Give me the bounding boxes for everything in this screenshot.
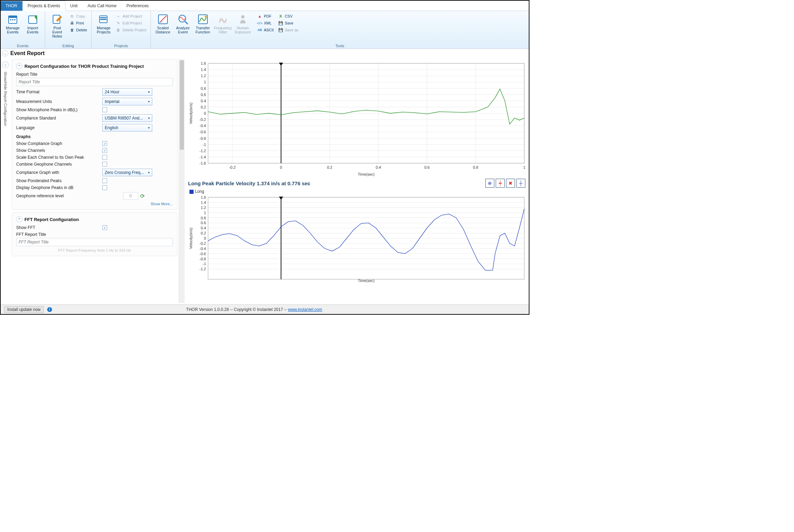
geo-db-checkbox[interactable] bbox=[102, 185, 107, 190]
config-column: ⌃Report Configuration for THOR Product T… bbox=[10, 59, 186, 304]
chevron-down-icon: ▾ bbox=[148, 126, 150, 129]
collapse-icon[interactable]: ⌃ bbox=[16, 216, 22, 222]
svg-text:0.2: 0.2 bbox=[201, 105, 206, 109]
scaled-distance-button[interactable]: Scaled Distance bbox=[153, 12, 173, 35]
svg-text:0.6: 0.6 bbox=[201, 221, 206, 225]
svg-rect-3 bbox=[12, 19, 13, 20]
frequency-filter-button[interactable]: Frequency Filter bbox=[213, 12, 233, 35]
analyze-event-button[interactable]: Analyze Event bbox=[173, 12, 193, 35]
config-scrollbar[interactable] bbox=[179, 59, 185, 303]
combine-geo-checkbox[interactable] bbox=[102, 162, 107, 167]
svg-text:1.4: 1.4 bbox=[201, 67, 206, 72]
clear-tool[interactable]: ✖ bbox=[506, 179, 515, 188]
svg-text:-0.2: -0.2 bbox=[229, 165, 236, 169]
top-chart[interactable]: -1.6-1.4-1.2-1-0.8-0.6-0.4-0.200.20.40.6… bbox=[187, 60, 527, 178]
svg-text:-1.2: -1.2 bbox=[199, 267, 206, 271]
time-format-select[interactable]: 24 Hour▾ bbox=[102, 88, 152, 96]
add-project-button[interactable]: ＋Add Project bbox=[116, 13, 146, 19]
svg-text:0.2: 0.2 bbox=[201, 231, 206, 235]
csv-icon: X bbox=[278, 13, 283, 19]
edit-project-button[interactable]: ✎Edit Project bbox=[116, 20, 146, 26]
pdf-button[interactable]: ▲PDF bbox=[257, 13, 274, 19]
zoom-tool[interactable]: ⊕ bbox=[485, 179, 494, 188]
delete-project-button[interactable]: 🗑Delete Project bbox=[116, 27, 146, 33]
group-label: Tools bbox=[153, 43, 527, 48]
delete-button[interactable]: 🗑Delete bbox=[69, 27, 87, 33]
csv-button[interactable]: XCSV bbox=[278, 13, 299, 19]
label: Scaled Distance bbox=[155, 26, 170, 34]
collapse-heading-icon[interactable]: ⌄ bbox=[2, 50, 8, 56]
ponderated-checkbox[interactable] bbox=[102, 178, 107, 183]
svg-rect-9 bbox=[100, 19, 106, 20]
label: Frequency Filter bbox=[214, 26, 232, 34]
svg-text:Velocity(in/s): Velocity(in/s) bbox=[189, 228, 193, 249]
install-update-button[interactable]: Install update now bbox=[4, 306, 44, 313]
info-icon[interactable]: i bbox=[47, 307, 52, 312]
collapse-icon[interactable]: ⌃ bbox=[16, 63, 22, 69]
geo-ref-input[interactable] bbox=[123, 192, 138, 200]
tab-preferences[interactable]: Preferences bbox=[122, 1, 154, 11]
bottom-chart[interactable]: -1.2-1-0.8-0.6-0.4-0.200.20.40.60.811.21… bbox=[187, 194, 527, 284]
svg-point-13 bbox=[241, 15, 245, 19]
save-as-button[interactable]: 💾Save as bbox=[278, 27, 299, 33]
show-compliance-checkbox[interactable] bbox=[102, 141, 107, 146]
save-button[interactable]: 💾Save bbox=[278, 20, 299, 26]
note-pencil-icon bbox=[52, 14, 63, 25]
ascii-icon: AB bbox=[257, 27, 262, 33]
refresh-icon[interactable]: ⟳ bbox=[140, 193, 145, 199]
center-cursor-tool[interactable]: ┿ bbox=[496, 179, 505, 188]
manage-events-button[interactable]: Manage Events bbox=[3, 12, 23, 35]
print-button[interactable]: 🖶Print bbox=[69, 20, 87, 26]
ribbon-group-editing: Post Event Notes ⧉Copy 🖶Print 🗑Delete Ed… bbox=[45, 11, 92, 49]
mic-peaks-checkbox[interactable] bbox=[102, 107, 107, 112]
tab-projects-events[interactable]: Projects & Events bbox=[22, 1, 65, 11]
tab-auto-call-home[interactable]: Auto Call Home bbox=[83, 1, 122, 11]
legend-label: Long bbox=[195, 189, 204, 194]
bottom-legend: Long bbox=[187, 189, 527, 194]
svg-text:1.2: 1.2 bbox=[201, 206, 206, 210]
mic-peaks-label: Show Microphone Peaks in dB(L) bbox=[16, 107, 102, 112]
fft-title-input[interactable] bbox=[16, 238, 173, 246]
manage-projects-button[interactable]: Manage Projects bbox=[94, 12, 114, 35]
xml-icon: </> bbox=[257, 20, 262, 26]
compliance-with-select[interactable]: Zero Crossing Freq...▾ bbox=[102, 169, 152, 176]
report-title-input[interactable] bbox=[16, 78, 173, 86]
show-channels-checkbox[interactable] bbox=[102, 148, 107, 153]
compliance-std-select[interactable]: USBM RI8507 And...▾ bbox=[102, 114, 152, 122]
import-events-button[interactable]: Import Events bbox=[23, 12, 43, 35]
tab-unit[interactable]: Unit bbox=[65, 1, 83, 11]
svg-text:-1: -1 bbox=[203, 143, 206, 147]
svg-text:0.4: 0.4 bbox=[201, 226, 206, 230]
scale-each-label: Scale Each Channel to Its Own Peak bbox=[16, 155, 102, 160]
measurement-units-select[interactable]: Imperial▾ bbox=[102, 98, 152, 105]
page-heading-row: ⌄ Event Report bbox=[1, 49, 529, 59]
time-format-label: Time Format bbox=[16, 90, 102, 94]
post-event-notes-button[interactable]: Post Event Notes bbox=[47, 12, 67, 40]
panel-title: Report Configuration for THOR Product Tr… bbox=[24, 64, 144, 69]
footer-link[interactable]: www.instantel.com bbox=[288, 307, 322, 312]
ascii-button[interactable]: ABASCII bbox=[257, 27, 274, 33]
label: Post Event Notes bbox=[48, 26, 66, 38]
truncated-row: FFT Report Frequency from 1 Hz to 315 Hz bbox=[16, 248, 173, 252]
transfer-function-button[interactable]: Transfer Function bbox=[193, 12, 213, 35]
copy-button[interactable]: ⧉Copy bbox=[69, 13, 87, 19]
group-label: Projects bbox=[94, 43, 148, 48]
reset-cursor-tool[interactable]: ┼ bbox=[516, 179, 525, 188]
svg-text:0.8: 0.8 bbox=[201, 86, 206, 91]
svg-text:1.6: 1.6 bbox=[201, 195, 206, 199]
scale-each-checkbox[interactable] bbox=[102, 155, 107, 160]
show-fft-checkbox[interactable] bbox=[102, 225, 107, 230]
collapse-panel-button[interactable]: ‹ bbox=[2, 61, 9, 68]
human-exposure-button[interactable]: Human Exposure bbox=[233, 12, 253, 35]
ribbon-group-projects: Manage Projects ＋Add Project ✎Edit Proje… bbox=[92, 11, 151, 49]
person-icon bbox=[237, 14, 248, 25]
clear-icon: ✖ bbox=[508, 180, 513, 186]
app-menu[interactable]: THOR bbox=[1, 1, 22, 11]
svg-rect-2 bbox=[10, 19, 11, 20]
svg-text:0.6: 0.6 bbox=[201, 93, 206, 97]
svg-text:0.4: 0.4 bbox=[201, 99, 206, 103]
xml-button[interactable]: </>XML bbox=[257, 20, 274, 26]
geo-ref-label: Geophone reference level bbox=[16, 194, 102, 198]
show-more-link[interactable]: Show More... bbox=[16, 202, 173, 206]
language-select[interactable]: English▾ bbox=[102, 124, 152, 132]
